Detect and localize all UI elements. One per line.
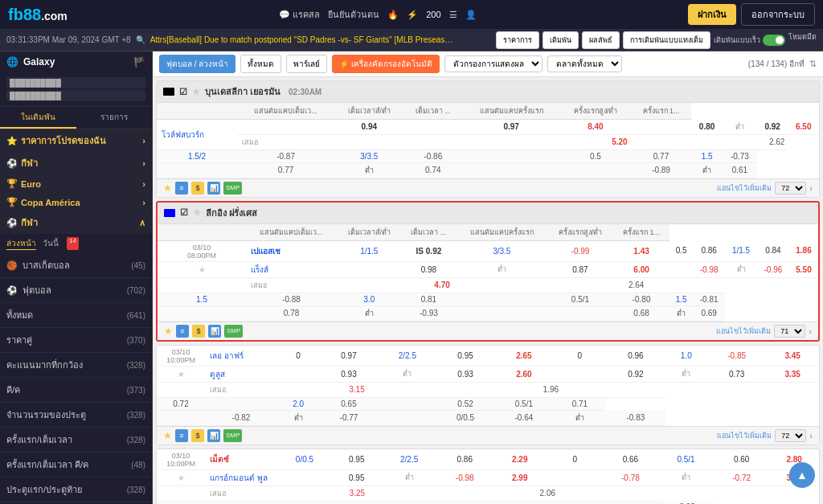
nav-right-1[interactable]: › [809,183,813,193]
mb-o3-neg[interactable]: -0.92 [658,501,714,504]
lhb2-o1-neg[interactable]: -0.82 [205,410,277,425]
o2-first[interactable]: 0.80 [691,120,722,135]
count-select-3[interactable]: 72 [775,429,806,442]
footer-icon-dollar[interactable]: $ [191,182,204,195]
all-filter-btn[interactable]: ทั้งหมด [240,55,281,73]
ou1-full[interactable]: 0.97 [462,120,560,135]
bundesliga-star[interactable]: ★ [192,87,200,97]
pb2-o1[interactable]: 0.78 [246,305,337,321]
tab-advance[interactable]: ล่วงหน้า [6,237,36,250]
reims-ou2-neg[interactable]: -0.96 [757,261,789,277]
footer-smp-btn-3[interactable]: SMP [223,429,242,442]
nav-promotion[interactable]: 🔥 [387,10,399,20]
lhb2-ou2-neg[interactable]: -0.83 [606,410,665,425]
parlay-btn[interactable]: การเดิมพันแบบแทงเต็ม [623,31,710,49]
ou-row3[interactable]: 0.74 [403,162,462,178]
lhb2-o2-neg[interactable]: -0.64 [494,410,553,425]
sidebar-sports1[interactable]: ⚽ กีฬา › [0,152,152,174]
market-select[interactable]: ตลาดทั้งหมด [547,55,622,72]
nav-inbox[interactable]: 💬 แรคสล [279,7,320,22]
footer-smp-btn[interactable]: SMP [223,182,242,195]
lhb-ou-val[interactable]: 0.65 [319,397,378,410]
c-o1[interactable]: 0.95 [332,469,382,486]
auto-filter-btn[interactable]: ⚡ เครื่องคัดกรองอัตโนมัติ [332,55,440,73]
o1-full[interactable]: 0.94 [334,120,403,135]
sidebar-item-football[interactable]: ⚽ ฟุตบอล (702) [0,278,152,303]
pb2-o2[interactable]: 0.68 [613,305,670,321]
t-ou[interactable]: 0.93 [436,366,494,382]
lh-ou-val[interactable]: 0.95 [436,346,494,367]
show-more-2[interactable]: แอนไขไว้เพิ่มเติม [716,326,771,337]
sidebar-euro[interactable]: 🏆 Euro › [0,174,152,193]
deposit-button[interactable]: ฝากเงิน [688,4,736,25]
lh-o2[interactable]: 0.96 [606,346,665,367]
tab-today[interactable]: วันนี้ [43,237,59,250]
psg-ou-neg[interactable]: -0.99 [547,240,613,261]
view-select[interactable]: ตัวกรองการแสดงผล [444,55,543,72]
nav-right-3[interactable]: › [809,431,813,440]
footer-icon-chart-3[interactable]: 📊 [207,429,220,442]
sidebar-item-all[interactable]: ทั้งหมด (641) [0,303,152,328]
fast-mode-toggle[interactable]: เดิมพันแบบเร็ว [714,31,785,49]
footer-icon-chart[interactable]: 📊 [207,182,220,195]
psg-o1[interactable]: IS 0.92 [401,240,456,261]
live-btn[interactable]: เดิมพัน [543,31,579,49]
footer-star-3[interactable]: ★ [163,430,172,441]
mb-o1[interactable]: 0.67 [277,501,332,504]
t-o1[interactable]: 0.93 [319,366,378,382]
nav-person[interactable]: 👤 [465,10,477,20]
lhb-o2b[interactable]: 0.71 [554,397,607,410]
show-more-3[interactable]: แอนไขไว้เพิ่มเติม [717,430,772,441]
sidebar-item-first-last-goal[interactable]: ประตูแรก/ประตูท้าย (328) [0,477,152,502]
lh-o1[interactable]: 0.97 [319,346,378,367]
footer-icon-list-3[interactable]: ≡ [175,429,188,442]
o-neg2[interactable]: -0.89 [631,162,692,178]
mb-o2-neg[interactable]: -0.73 [547,501,603,504]
sidebar-sports2[interactable]: ⚽ กีฬา ∧ [0,211,152,234]
t-star[interactable]: ★ [157,366,205,382]
reims-star[interactable]: ★ [158,261,246,277]
footer-smp-btn-2[interactable]: SMP [224,325,243,338]
sport-filter-btn[interactable]: ฟุตบอล / ล่วงหน้า [159,55,235,73]
ligue1-checkbox[interactable]: ☑ [180,207,188,218]
parlay-filter-btn[interactable]: พาร์เลย์ [286,55,327,73]
t-ou2[interactable]: 0.73 [707,366,766,382]
footer-star-2[interactable]: ★ [164,326,173,337]
lhb2-ou-neg[interactable]: -0.77 [319,410,378,425]
pb2-ou-neg[interactable]: -0.93 [401,305,456,321]
sidebar-favorites[interactable]: ⭐ ราคาการโปรดของฉัน › [0,129,152,152]
m-o3[interactable]: 0.60 [714,449,769,470]
tab-in-bet[interactable]: ในเดิมพัน [0,107,76,129]
nav-menu[interactable]: ☰ [449,10,457,20]
sidebar-item-first-full-odd[interactable]: ครั้งแรก/เต็มเวลา คี/ค (48) [0,453,152,477]
m-o2[interactable]: 0.66 [603,449,658,470]
c-o2-neg[interactable]: -0.78 [603,469,658,486]
footer-icon-dollar-3[interactable]: $ [191,429,204,442]
c-ou2-neg[interactable]: -0.72 [714,469,769,486]
t-o2[interactable]: 0.92 [606,366,665,382]
footer-star-1[interactable]: ★ [163,182,172,194]
tab-list[interactable]: รายการ [76,107,153,129]
mb-ou-neg[interactable]: -0.83 [382,501,437,504]
sidebar-item-odd-even[interactable]: คี/ค (373) [0,378,152,403]
ou-val4[interactable]: 0.61 [723,162,757,178]
nav-lightning[interactable]: ⚡ [407,10,418,20]
c-star[interactable]: ★ [157,469,205,486]
o-row3[interactable]: 0.77 [237,162,334,178]
nav-verify[interactable]: ยืนยันตัวนตน [328,7,379,22]
sidebar-item-score[interactable]: คะแนนมากที่กกว้อง (328) [0,353,152,378]
pb-o2-neg[interactable]: -0.80 [613,293,670,305]
count-select-2[interactable]: 71 [774,325,805,338]
o4-neg[interactable]: -0.73 [723,150,757,162]
pb-o1-neg[interactable]: -0.88 [246,293,337,305]
o-row2-neg[interactable]: -0.87 [237,150,334,162]
scroll-top-btn[interactable]: ▲ [789,462,815,488]
bundesliga-checkbox[interactable]: ☑ [179,87,187,97]
m-o1[interactable]: 0.95 [332,449,382,470]
sidebar-item-basketball[interactable]: 🏀 บาสเก็ตบอล (45) [0,253,152,278]
nav-right-2[interactable]: › [809,326,812,336]
sort-icon[interactable]: ⇅ [809,59,817,69]
count-select-1[interactable]: 72 [775,182,806,195]
rate-btn[interactable]: ราคาการ [496,31,539,49]
m-ou-val[interactable]: 0.86 [437,449,493,470]
